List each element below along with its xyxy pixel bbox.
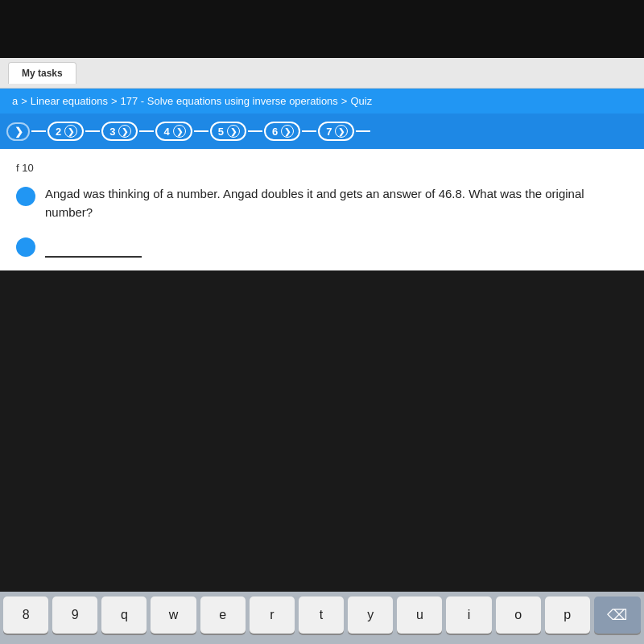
step-4-group[interactable]: 4 ❯ [155,122,192,141]
step-7-group[interactable]: 7 ❯ [318,122,354,141]
step-5-group[interactable]: 5 ❯ [210,122,246,141]
breadcrumb-topic[interactable]: 177 - Solve equations using inverse oper… [121,95,338,107]
step-7[interactable]: 7 ❯ [318,122,354,141]
step-connector-3 [139,130,154,132]
top-black-bar: My tasks [0,0,644,89]
tab-label: My tasks [22,68,63,79]
step-6-chevron: ❯ [281,125,294,138]
step-connector-6 [302,130,316,132]
key-8[interactable]: 8 [3,597,48,634]
key-t[interactable]: t [299,597,344,634]
key-r[interactable]: r [250,597,295,634]
tab-bar: My tasks [0,58,644,89]
key-i[interactable]: i [446,597,491,634]
question-block: Angad was thinking of a number. Angad do… [16,185,628,221]
key-y[interactable]: y [348,597,393,634]
step-prev-chevron: ❯ [14,126,23,138]
backspace-key[interactable]: ⌫ [594,597,641,634]
breadcrumb-sep-3: > [341,95,348,107]
breadcrumb-linear-equations[interactable]: Linear equations [31,95,108,107]
answer-block [16,236,628,258]
key-e[interactable]: e [200,597,246,634]
answer-input[interactable] [45,236,142,258]
step-prev[interactable]: ❯ [6,122,30,141]
step-5[interactable]: 5 ❯ [210,122,246,141]
keyboard-area: 8 9 q w e r t y u i o p ⌫ [0,592,644,644]
step-connector-0 [31,130,46,132]
step-2-chevron: ❯ [64,125,77,138]
step-3[interactable]: 3 ❯ [101,122,138,141]
step-2[interactable]: 2 ❯ [47,122,84,141]
step-connector-4 [194,130,208,132]
key-q[interactable]: q [101,597,147,634]
step-2-group[interactable]: 2 ❯ [47,122,84,141]
step-5-chevron: ❯ [227,125,240,138]
step-6[interactable]: 6 ❯ [264,122,300,141]
question-count: f 10 [16,162,628,174]
key-w[interactable]: w [151,597,196,634]
question-icon [16,187,35,206]
key-p[interactable]: p [545,597,590,634]
keyboard-row-1: 8 9 q w e r t y u i o p ⌫ [3,597,641,634]
key-o[interactable]: o [496,597,541,634]
step-connector-2 [85,130,100,132]
step-3-group[interactable]: 3 ❯ [101,122,138,141]
active-tab[interactable]: My tasks [8,62,76,84]
step-7-chevron: ❯ [335,125,348,138]
step-3-chevron: ❯ [118,125,131,138]
question-text: Angad was thinking of a number. Angad do… [45,185,628,221]
breadcrumb-sep-2: > [111,95,118,107]
main-content: f 10 Angad was thinking of a number. Ang… [0,149,644,270]
answer-icon [16,237,35,257]
breadcrumb-bar: a > Linear equations > 177 - Solve equat… [0,89,644,114]
step-connector-7 [356,130,370,132]
step-4[interactable]: 4 ❯ [155,122,192,141]
key-9[interactable]: 9 [52,597,97,634]
step-navigation: ❯ 2 ❯ 3 ❯ 4 ❯ 5 ❯ 6 ❯ [0,114,644,149]
breadcrumb-quiz[interactable]: Quiz [350,95,372,107]
key-u[interactable]: u [397,597,442,634]
step-6-group[interactable]: 6 ❯ [264,122,300,141]
step-connector-5 [248,130,262,132]
breadcrumb-sep-1: > [21,95,27,107]
step-4-chevron: ❯ [173,125,186,138]
breadcrumb-part-a: a [12,95,18,107]
